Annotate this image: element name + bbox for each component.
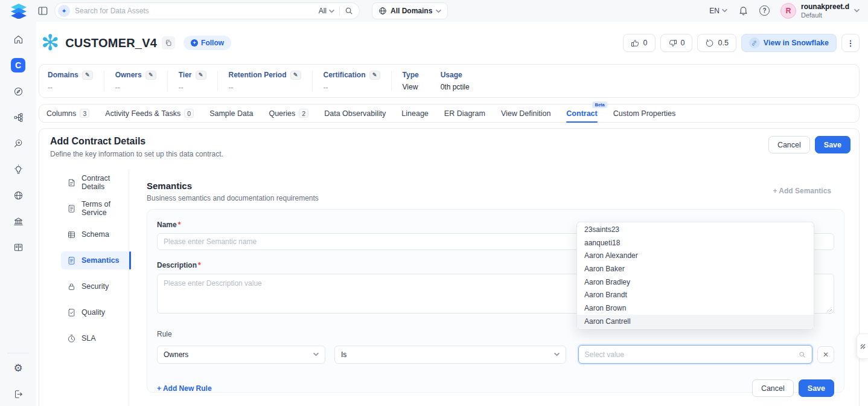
- global-search-input[interactable]: ✦ Search for Data Assets All: [54, 2, 360, 19]
- compass-discover-icon[interactable]: [11, 84, 25, 98]
- rule-value-input[interactable]: Select value: [578, 345, 813, 364]
- more-actions-button[interactable]: ⋮: [841, 34, 860, 52]
- add-semantics-button[interactable]: + Add Semantics: [773, 187, 831, 195]
- tab-custom-properties[interactable]: Custom Properties: [613, 104, 676, 123]
- popularity-button[interactable]: 0.5: [697, 34, 736, 52]
- beta-badge: Beta: [592, 102, 607, 108]
- rule-row: Owners Is Select value ✕: [157, 345, 834, 364]
- atlan-logo-icon[interactable]: [8, 3, 29, 19]
- contract-title: Add Contract Details: [50, 136, 223, 147]
- add-new-rule-button[interactable]: + Add New Rule: [157, 384, 212, 393]
- metadata-value: --: [179, 83, 206, 92]
- quality-icon: [67, 308, 76, 317]
- dropdown-option[interactable]: Aaron Alexander: [577, 249, 814, 262]
- divider: [339, 6, 340, 16]
- metadata-field-owners: Owners✎ --: [104, 71, 167, 92]
- tab-sample-data[interactable]: Sample Data: [209, 104, 253, 123]
- governance-bank-icon[interactable]: [11, 214, 25, 228]
- notifications-bell-icon[interactable]: [738, 5, 748, 16]
- semantics-save-button[interactable]: Save: [799, 379, 834, 397]
- dropdown-option[interactable]: aanqueti18: [577, 236, 814, 250]
- metadata-field-domains: Domains✎ --: [46, 71, 104, 92]
- tab-contract[interactable]: ContractBeta: [566, 104, 597, 123]
- user-menu[interactable]: R rounakpreet.d Default: [780, 2, 860, 19]
- tab-data-observability[interactable]: Data Observability: [324, 104, 386, 123]
- web-globe-icon[interactable]: [11, 188, 25, 202]
- value-placeholder: Select value: [585, 350, 799, 359]
- view-in-snowflake-button[interactable]: View in Snowflake: [741, 34, 837, 52]
- asset-tabs: Columns3 Activity Feeds & Tasks0 Sample …: [39, 104, 860, 123]
- metadata-field-usage: Usage 0th pctile: [430, 71, 480, 91]
- metadata-field-retention: Retention Period✎ --: [218, 71, 312, 92]
- dropdown-option-highlighted[interactable]: Aaron Cantrell: [577, 315, 814, 328]
- metadata-value: --: [48, 83, 93, 92]
- tab-lineage[interactable]: Lineage: [401, 104, 429, 123]
- search-icon[interactable]: [345, 7, 353, 15]
- data-discovery-icon[interactable]: [11, 136, 25, 150]
- close-icon: ✕: [823, 350, 829, 359]
- metadata-bar: Domains✎ -- Owners✎ -- Tier✎ -- Retentio…: [39, 64, 860, 98]
- tab-columns[interactable]: Columns3: [46, 104, 89, 123]
- search-scope-dropdown[interactable]: All: [319, 7, 334, 15]
- contract-nav-contract-details[interactable]: Contract Details: [61, 173, 130, 192]
- contract-nav-quality[interactable]: Quality: [61, 303, 130, 321]
- tab-view-definition[interactable]: View Definition: [501, 104, 550, 123]
- rule-field-select[interactable]: Owners: [157, 346, 325, 364]
- tab-er-diagram[interactable]: ER Diagram: [444, 104, 485, 123]
- tab-activity-feeds[interactable]: Activity Feeds & Tasks0: [105, 104, 194, 123]
- contract-nav-semantics[interactable]: Semantics: [61, 251, 130, 269]
- chevron-down-icon: [313, 352, 319, 357]
- contract-nav-security[interactable]: Security: [61, 277, 130, 295]
- edit-pencil-icon[interactable]: ✎: [196, 71, 206, 80]
- thumbs-down-icon: [668, 39, 677, 48]
- semantics-title: Semantics: [147, 181, 831, 191]
- dropdown-option[interactable]: 23saints23: [577, 223, 814, 236]
- panel-resize-handle[interactable]: [857, 334, 868, 359]
- contract-cancel-button[interactable]: Cancel: [768, 136, 810, 153]
- remove-rule-button[interactable]: ✕: [817, 346, 834, 363]
- contract-nav-sla[interactable]: SLA: [61, 329, 130, 347]
- contract-nav-terms-of-service[interactable]: Terms of Service: [61, 199, 130, 218]
- edit-pencil-icon[interactable]: ✎: [290, 71, 301, 80]
- dropdown-option[interactable]: Aaron Bradley: [577, 276, 814, 289]
- active-indicator: [129, 251, 131, 269]
- follow-button[interactable]: + Follow: [183, 36, 231, 50]
- tab-queries[interactable]: Queries2: [269, 104, 308, 123]
- required-marker: *: [198, 261, 201, 269]
- schema-icon: [67, 230, 76, 239]
- language-dropdown[interactable]: EN: [709, 7, 727, 15]
- asset-title: CUSTOMER_V4: [65, 36, 157, 50]
- home-icon[interactable]: [11, 32, 25, 47]
- contract-save-button[interactable]: Save: [815, 136, 850, 153]
- insights-lightbulb-icon[interactable]: [11, 162, 25, 176]
- edit-pencil-icon[interactable]: ✎: [82, 71, 93, 80]
- rule-operator-select[interactable]: Is: [334, 346, 566, 364]
- dropdown-option[interactable]: Aaron Brown: [577, 301, 814, 315]
- copy-icon[interactable]: [162, 36, 175, 50]
- dropdown-option[interactable]: Aaron Brandt: [577, 288, 814, 301]
- metadata-value: --: [115, 83, 156, 92]
- assets-app-icon[interactable]: C: [11, 58, 25, 72]
- semantics-header: Semantics Business semantics and documen…: [147, 181, 831, 202]
- edit-pencil-icon[interactable]: ✎: [145, 71, 156, 80]
- contract-nav-schema[interactable]: Schema: [61, 225, 130, 243]
- thumbs-up-icon: [631, 39, 640, 48]
- logout-icon[interactable]: [11, 387, 25, 401]
- chevron-down-icon: [722, 8, 727, 13]
- downvote-button[interactable]: 0: [660, 34, 693, 52]
- sidebar-toggle-icon[interactable]: [37, 5, 48, 16]
- settings-gear-icon[interactable]: ⚙: [11, 361, 25, 375]
- user-name: rounakpreet.d: [801, 2, 849, 11]
- upvote-button[interactable]: 0: [623, 34, 656, 52]
- metadata-value: --: [324, 83, 380, 92]
- workflows-icon[interactable]: [11, 110, 25, 124]
- all-domains-dropdown[interactable]: All Domains: [372, 2, 448, 19]
- help-icon[interactable]: ?: [759, 5, 770, 16]
- edit-pencil-icon[interactable]: ✎: [369, 71, 380, 80]
- semantics-cancel-button[interactable]: Cancel: [752, 379, 794, 397]
- snowflake-logo-icon: ✻: [41, 32, 59, 54]
- divider: [7, 353, 29, 353]
- dropdown-option[interactable]: Aaron Baker: [577, 262, 814, 276]
- app-sidebar: C ⚙: [0, 22, 36, 406]
- glossary-book-icon[interactable]: [11, 240, 25, 254]
